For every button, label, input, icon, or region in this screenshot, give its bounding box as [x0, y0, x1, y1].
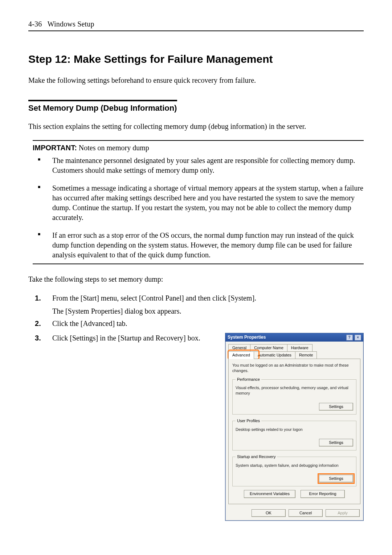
- tab-row-1: General Computer Name Hardware: [225, 342, 363, 351]
- performance-settings-button[interactable]: Settings: [319, 403, 353, 411]
- tab-hardware[interactable]: Hardware: [287, 344, 313, 351]
- group-startup-recovery-desc: System startup, system failure, and debu…: [236, 463, 353, 468]
- important-bullet: The maintenance personnel designated by …: [33, 156, 364, 175]
- close-icon[interactable]: ×: [355, 335, 361, 340]
- apply-button[interactable]: Apply: [326, 509, 360, 517]
- sub-intro-paragraph: This section explains the setting for co…: [28, 122, 364, 131]
- step-text: Click the [Advanced] tab.: [52, 319, 127, 327]
- step-item: From the [Start] menu, select [Control P…: [33, 293, 364, 316]
- important-bullet: Sometimes a message indicating a shortag…: [33, 183, 364, 223]
- step-item: Click [Settings] in the [Startup and Rec…: [33, 333, 364, 521]
- step-text: Click [Settings] in the [Startup and Rec…: [52, 334, 200, 342]
- step-item: Click the [Advanced] tab.: [33, 318, 364, 331]
- cancel-button[interactable]: Cancel: [289, 509, 323, 517]
- group-startup-recovery-legend: Startup and Recovery: [236, 454, 277, 460]
- admin-note: You must be logged on as an Administrato…: [232, 363, 356, 374]
- group-user-profiles-legend: User Profiles: [236, 418, 261, 424]
- important-bullet: If an error such as a stop error of the …: [33, 230, 364, 260]
- group-performance-desc: Visual effects, processor scheduling, me…: [236, 385, 353, 396]
- dialog-title: System Properties: [228, 334, 266, 340]
- section-rule: [28, 100, 177, 101]
- dialog-titlebar: System Properties ? ×: [225, 333, 363, 342]
- ok-button[interactable]: OK: [252, 509, 286, 517]
- page-number: 4-36: [28, 20, 42, 28]
- important-tail: Notes on memory dump: [77, 144, 149, 152]
- page-title: Step 12: Make Settings for Failure Manag…: [28, 53, 364, 65]
- user-profiles-settings-button[interactable]: Settings: [319, 439, 353, 446]
- tab-row-2: Advanced Automatic Updates Remote: [225, 351, 363, 358]
- environment-variables-button[interactable]: Environment Variables: [244, 490, 295, 498]
- help-icon[interactable]: ?: [346, 335, 353, 340]
- error-reporting-button[interactable]: Error Reporting: [301, 490, 345, 498]
- group-performance: Performance Visual effects, processor sc…: [232, 377, 356, 415]
- dialog-footer: OK Cancel Apply: [225, 507, 363, 521]
- important-label: IMPORTANT:: [33, 144, 77, 152]
- group-startup-recovery: Startup and Recovery System startup, sys…: [232, 454, 356, 486]
- document-page: 4-36 Windows Setup Step 12: Make Setting…: [0, 0, 392, 555]
- intro-paragraph: Make the following settings beforehand t…: [28, 76, 364, 85]
- group-user-profiles: User Profiles Desktop settings related t…: [232, 418, 356, 450]
- step-text: From the [Start] menu, select [Control P…: [52, 294, 256, 302]
- tab-automatic-updates[interactable]: Automatic Updates: [254, 351, 295, 359]
- ordered-steps: From the [Start] menu, select [Control P…: [33, 293, 364, 521]
- tab-area: General Computer Name Hardware Advanced …: [225, 342, 363, 504]
- group-user-profiles-desc: Desktop settings related to your logon: [236, 427, 353, 432]
- system-properties-dialog: System Properties ? × General Computer N…: [225, 333, 364, 521]
- tab-computer-name[interactable]: Computer Name: [250, 344, 287, 351]
- running-header: 4-36 Windows Setup: [28, 20, 364, 28]
- group-performance-legend: Performance: [236, 377, 261, 382]
- important-heading: IMPORTANT: Notes on memory dump: [33, 144, 364, 152]
- tab-advanced-body: You must be logged on as an Administrato…: [228, 359, 360, 504]
- window-controls: ? ×: [346, 334, 361, 340]
- important-bullet-list: The maintenance personnel designated by …: [33, 156, 364, 260]
- tab-advanced[interactable]: Advanced: [228, 351, 254, 359]
- env-error-row: Environment Variables Error Reporting: [232, 490, 356, 498]
- tab-remote[interactable]: Remote: [295, 351, 317, 359]
- startup-recovery-settings-button[interactable]: Settings: [319, 475, 353, 482]
- section-name: Windows Setup: [48, 20, 94, 28]
- step-subtext: The [System Properties] dialog box appea…: [52, 306, 364, 316]
- subheading: Set Memory Dump (Debug Information): [28, 103, 364, 113]
- steps-intro: Take the following steps to set memory d…: [28, 274, 364, 284]
- header-rule: [28, 30, 364, 31]
- tab-general[interactable]: General: [228, 344, 250, 351]
- important-callout: IMPORTANT: Notes on memory dump The main…: [33, 140, 364, 264]
